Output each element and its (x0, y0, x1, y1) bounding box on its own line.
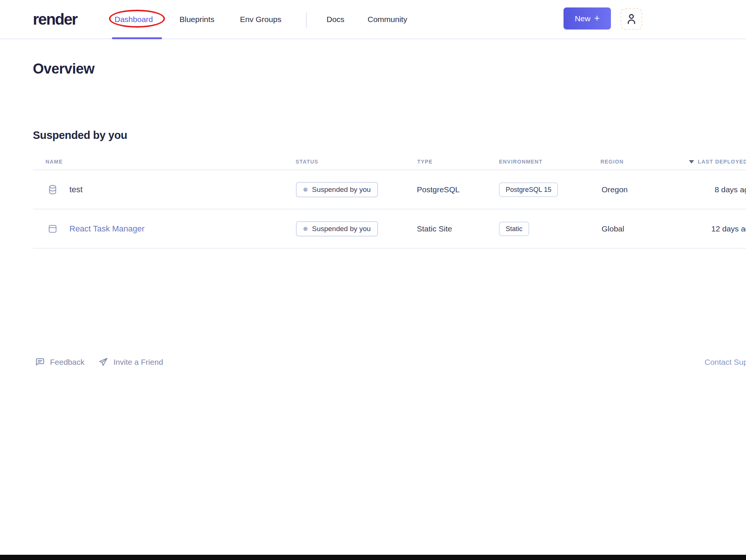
browser-icon (47, 223, 58, 234)
service-name[interactable]: test (69, 185, 82, 195)
bottom-black-bar (0, 555, 746, 560)
active-tab-indicator (112, 37, 162, 39)
page-title: Overview (33, 61, 94, 77)
user-icon (624, 12, 639, 26)
region-cell: Oregon (602, 185, 628, 194)
invite-a-friend-link[interactable]: Invite a Friend (98, 357, 163, 367)
type-cell: Static Site (417, 224, 452, 233)
column-header-last-deployed[interactable]: LAST DEPLOYED (689, 159, 746, 165)
status-badge: Suspended by you (296, 182, 378, 197)
nav-dashboard[interactable]: Dashboard (115, 15, 153, 24)
environment-cell: PostgreSQL 15 (499, 182, 558, 197)
status-dot-icon (303, 187, 308, 192)
feedback-bubble-icon (35, 357, 45, 367)
table-row[interactable]: test Suspended by you PostgreSQL Postgre… (33, 170, 746, 209)
service-name-cell[interactable]: React Task Manager (47, 223, 144, 234)
section-title: Suspended by you (33, 129, 127, 141)
nav-divider (306, 12, 307, 28)
environment-badge: PostgreSQL 15 (499, 182, 558, 197)
table-header-row: NAME STATUS TYPE ENVIRONMENT REGION LAST… (33, 154, 746, 170)
account-menu-button[interactable] (621, 8, 642, 30)
status-dot-icon (303, 227, 308, 231)
contact-support-link[interactable]: Contact Support (705, 358, 746, 367)
database-icon (47, 184, 58, 195)
plus-icon: + (594, 13, 600, 23)
feedback-label: Feedback (50, 358, 84, 367)
type-cell: PostgreSQL (417, 185, 459, 194)
last-deploy-cell: 8 days ago (715, 185, 746, 194)
status-cell: Suspended by you (296, 182, 378, 197)
nav-blueprints[interactable]: Blueprints (180, 15, 214, 24)
services-table: NAME STATUS TYPE ENVIRONMENT REGION LAST… (0, 154, 746, 249)
last-deploy-cell: 12 days ago (711, 224, 746, 233)
invite-label: Invite a Friend (113, 358, 163, 367)
environment-cell: Static (499, 221, 529, 236)
feedback-link[interactable]: Feedback (35, 357, 84, 367)
new-button-label: New (575, 14, 590, 23)
column-header-status[interactable]: STATUS (296, 159, 318, 165)
nav-docs[interactable]: Docs (327, 15, 344, 24)
status-badge: Suspended by you (296, 221, 378, 236)
table-row[interactable]: React Task Manager Suspended by you Stat… (33, 209, 746, 249)
nav-community[interactable]: Community (368, 15, 407, 24)
sort-descending-icon (689, 160, 694, 164)
nav-env-groups[interactable]: Env Groups (240, 15, 281, 24)
column-header-environment[interactable]: ENVIRONMENT (499, 159, 543, 165)
column-header-type[interactable]: TYPE (417, 159, 433, 165)
service-name-cell[interactable]: test (47, 184, 82, 195)
render-logo[interactable]: render (33, 10, 77, 28)
render-dashboard-page: render Dashboard Blueprints Env Groups D… (0, 0, 746, 560)
environment-badge: Static (499, 221, 529, 236)
column-header-name[interactable]: NAME (46, 159, 63, 165)
top-navbar: render Dashboard Blueprints Env Groups D… (0, 0, 746, 39)
paper-plane-icon (98, 357, 108, 367)
service-name[interactable]: React Task Manager (69, 224, 144, 234)
new-button[interactable]: New + (564, 7, 611, 29)
column-header-region[interactable]: REGION (600, 159, 624, 165)
status-cell: Suspended by you (296, 221, 378, 236)
region-cell: Global (602, 224, 624, 233)
